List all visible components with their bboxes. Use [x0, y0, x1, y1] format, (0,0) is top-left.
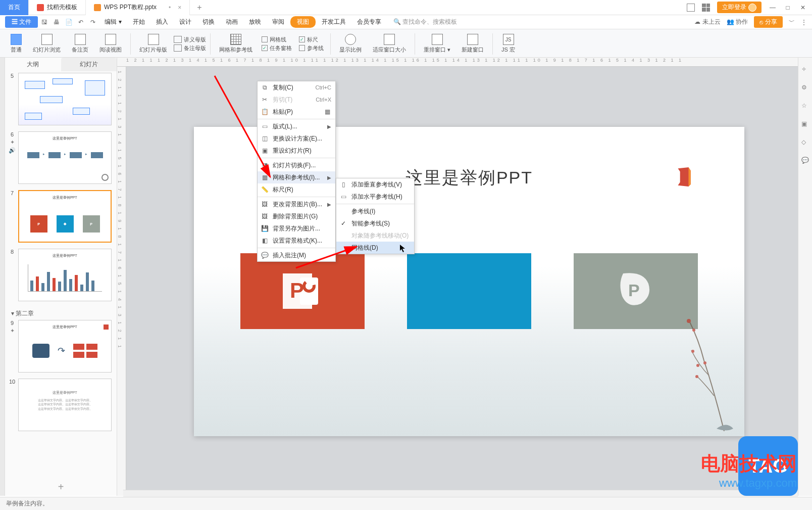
- rb-fit-window[interactable]: 适应窗口大小: [368, 31, 411, 57]
- rb-notes-page[interactable]: 备注页: [67, 31, 93, 57]
- cm-change-bg[interactable]: 🖼更改背景图片(B)...▶: [258, 198, 335, 210]
- paste-options-icon[interactable]: ▦: [323, 108, 331, 116]
- section-header[interactable]: 第二章: [8, 307, 114, 320]
- rb-check-guide[interactable]: 参考线: [299, 44, 324, 52]
- panel-tab-slides[interactable]: 幻灯片: [61, 58, 117, 71]
- tab-home[interactable]: 首页: [0, 0, 29, 15]
- maximize-button[interactable]: □: [784, 4, 792, 12]
- svg-text:P: P: [628, 281, 640, 300]
- content-area: 大纲 幻灯片 5 6✦🔊 这里是举例PPT▸▸▸ 7 这里是举例PPTP◆P 8…: [0, 58, 812, 496]
- rb-js-macro[interactable]: JSJS 宏: [497, 31, 520, 57]
- coop-button[interactable]: 👥 协作: [727, 18, 748, 26]
- cloud-status[interactable]: ☁ 未上云: [694, 18, 720, 26]
- panel-tab-outline[interactable]: 大纲: [5, 58, 61, 71]
- svg-text:P: P: [290, 279, 304, 302]
- add-tab-button[interactable]: +: [190, 3, 209, 12]
- menu-tab-7[interactable]: 视图: [290, 16, 316, 28]
- redo-icon[interactable]: ↷: [87, 17, 98, 28]
- search-input[interactable]: 🔍 查找命令、搜索模板: [393, 18, 457, 26]
- rb-clip-icon[interactable]: ◇: [801, 138, 809, 147]
- thumbnails: 5 6✦🔊 这里是举例PPT▸▸▸ 7 这里是举例PPTP◆P 8 这里是举例P…: [5, 71, 117, 478]
- tab-file[interactable]: WPS PPT教程.pptx•×: [86, 0, 190, 15]
- thumb-number: 5: [11, 73, 14, 79]
- annotation-arrow-2: [291, 243, 367, 273]
- print-icon[interactable]: 🖶: [51, 17, 62, 28]
- ppt-icon: [94, 4, 101, 11]
- svg-point-7: [691, 350, 694, 353]
- cm-add-horizontal-guide[interactable]: ▭添加水平参考线(H): [336, 191, 414, 203]
- thumb-10[interactable]: 这里是举例PPT这是举例文字内容。这是举例文字内容。这是举例文字内容。这是举例文…: [18, 379, 112, 431]
- svg-line-11: [215, 76, 270, 177]
- thumb-number: 7: [11, 190, 14, 196]
- tab-template[interactable]: 找稻壳模板: [29, 0, 86, 15]
- titlebar: 首页 找稻壳模板 WPS PPT教程.pptx•× + 立即登录 ― □ ✕: [0, 0, 812, 15]
- thumb-7[interactable]: 这里是举例PPTP◆P: [18, 190, 112, 243]
- notes-text[interactable]: 举例备注内容。: [6, 499, 48, 508]
- share-button[interactable]: ⎋ 分享: [754, 16, 783, 28]
- minimize-button[interactable]: ―: [769, 4, 777, 12]
- rb-new-window[interactable]: 新建窗口: [457, 31, 488, 57]
- menu-edit[interactable]: 编辑 ▾: [99, 16, 126, 28]
- svg-point-5: [687, 319, 691, 323]
- menu-tab-8[interactable]: 开发工具: [317, 16, 351, 28]
- menu-tab-0[interactable]: 开始: [128, 16, 150, 28]
- collapse-strip[interactable]: [0, 58, 5, 496]
- rb-slide-sorter[interactable]: 幻灯片浏览: [28, 31, 65, 57]
- menu-tab-5[interactable]: 放映: [244, 16, 266, 28]
- svg-line-12: [296, 247, 357, 268]
- more-down-icon[interactable]: ﹀: [789, 18, 795, 26]
- thumb-number: 8: [11, 249, 14, 255]
- annotation-arrow-1: [210, 71, 280, 187]
- rb-arrange-windows[interactable]: 重排窗口 ▾: [419, 31, 455, 57]
- statusbar: 举例备注内容。: [0, 497, 812, 510]
- rb-check-taskpane[interactable]: ✓任务窗格: [262, 44, 292, 52]
- kebab-icon[interactable]: ⋮: [801, 19, 807, 26]
- login-button[interactable]: 立即登录: [717, 2, 762, 13]
- add-slide-button[interactable]: +: [5, 478, 117, 496]
- thumb-number: 6: [11, 131, 14, 137]
- save-icon[interactable]: 🖫: [39, 17, 50, 28]
- rb-chat-icon[interactable]: 💬: [801, 157, 809, 165]
- rb-grid-guides[interactable]: 网格和参考线: [215, 31, 257, 57]
- menu-tab-2[interactable]: 设计: [174, 16, 196, 28]
- rb-normal-view[interactable]: 普通: [6, 31, 26, 57]
- rb-check-gridline[interactable]: 网格线: [262, 36, 292, 43]
- layout-toggle-icon[interactable]: [687, 4, 695, 12]
- rb-check-ruler[interactable]: ✓标尺: [299, 36, 324, 43]
- rb-handout-master[interactable]: 讲义母版: [174, 36, 206, 43]
- menu-tab-6[interactable]: 审阅: [267, 16, 289, 28]
- horizontal-scrollbar[interactable]: [123, 490, 798, 497]
- apps-grid-icon[interactable]: [702, 4, 710, 12]
- rb-slide-master[interactable]: 幻灯片母版: [135, 31, 172, 57]
- cm-smart-guide[interactable]: ✓智能参考线(S): [336, 217, 414, 229]
- menu-file[interactable]: ☰ 文件: [5, 16, 38, 28]
- preview-icon[interactable]: 📄: [63, 17, 74, 28]
- menu-tab-4[interactable]: 动画: [221, 16, 243, 28]
- cm-guide[interactable]: 参考线(I): [336, 205, 414, 217]
- menu-tab-3[interactable]: 切换: [197, 16, 220, 28]
- menu-tab-9[interactable]: 会员专享: [352, 16, 386, 28]
- cm-delete-bg[interactable]: 🖼删除背景图片(G): [258, 210, 335, 222]
- close-window-button[interactable]: ✕: [799, 4, 807, 12]
- svg-point-6: [692, 329, 695, 332]
- rb-zoom[interactable]: 显示比例: [335, 31, 366, 57]
- audio-icon: 🔊: [9, 147, 16, 154]
- thumb-5[interactable]: [18, 73, 112, 125]
- office-logo-icon: [673, 166, 694, 188]
- rb-box-icon[interactable]: ▣: [801, 120, 809, 128]
- svg-point-9: [695, 375, 698, 378]
- rb-notes-master[interactable]: 备注母版: [174, 44, 206, 52]
- thumb-6[interactable]: 这里是举例PPT▸▸▸: [18, 131, 112, 184]
- cm-add-vertical-guide[interactable]: ▯添加垂直参考线(V): [336, 178, 414, 191]
- cm-save-bg[interactable]: 💾背景另存为图片...: [258, 222, 335, 235]
- rb-settings-icon[interactable]: ⚙: [801, 84, 809, 92]
- rb-sparkle-icon[interactable]: ✧: [801, 66, 809, 74]
- thumb-9[interactable]: 这里是举例PPT↷: [18, 320, 112, 373]
- menu-tab-1[interactable]: 插入: [151, 16, 173, 28]
- rb-reading-view[interactable]: 阅读视图: [95, 31, 126, 57]
- thumb-8[interactable]: 这里是举例PPT: [18, 249, 112, 301]
- close-icon[interactable]: ×: [178, 4, 181, 11]
- rb-star-icon[interactable]: ☆: [801, 102, 809, 110]
- ppt-card-blue[interactable]: [407, 253, 531, 329]
- undo-icon[interactable]: ↶: [75, 17, 86, 28]
